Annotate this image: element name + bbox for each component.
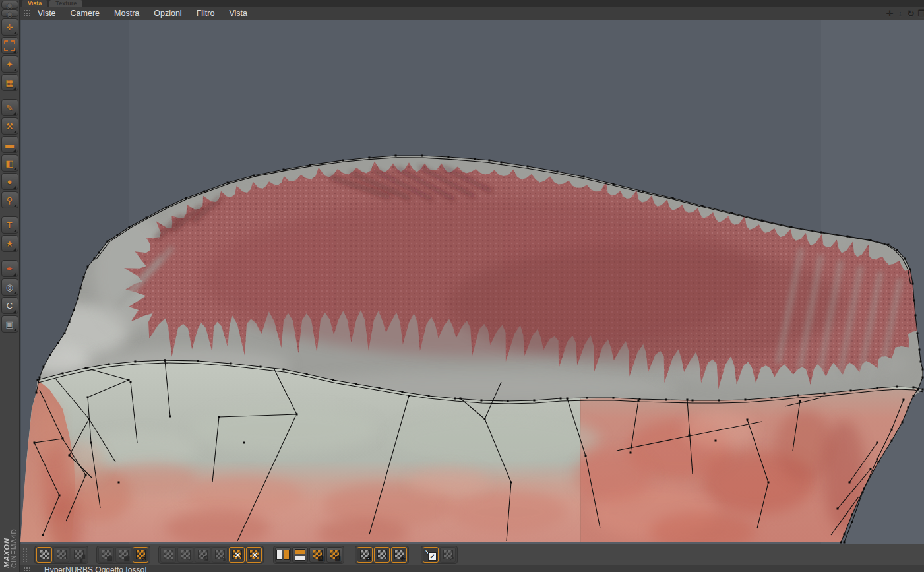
pan-view-icon[interactable]: ✛ xyxy=(884,9,895,18)
rotate-uv-button[interactable]: ◌ xyxy=(374,547,390,563)
maxon-wordmark: MAXON xyxy=(3,511,11,568)
stack-v-button-glyph: ▥ xyxy=(335,556,341,562)
scale-uv-button-glyph: ✳ xyxy=(400,556,406,562)
magic-wand-tool-glyph: ✦ xyxy=(6,60,13,69)
move-uv-button[interactable]: ⇄ xyxy=(357,547,373,563)
split-horizontal-button[interactable] xyxy=(292,547,308,563)
magnify-tool[interactable]: ⚲ xyxy=(1,191,18,208)
fill-drop-tool[interactable]: ● xyxy=(1,173,18,190)
cinema4d-window: ◉◉✛✦▦✎⚒▬◧●⚲T★✒◎C▣ VistaTexture VisteCame… xyxy=(0,0,924,572)
fill-drop-tool-glyph: ● xyxy=(7,177,13,186)
flyout-corner xyxy=(13,272,16,276)
move-uv-button-glyph: ⇄ xyxy=(366,556,371,562)
flyout-corner xyxy=(13,49,16,53)
toggle-layout-icon[interactable]: ❐ xyxy=(916,9,924,18)
stretch-uv-button[interactable]: ⇅ xyxy=(195,547,210,563)
color-swatch-tool-glyph: C xyxy=(7,302,13,310)
status-text: HyperNURBS Oggetto [osso] xyxy=(44,565,146,572)
stamp-tool-glyph: ⚒ xyxy=(6,122,14,131)
tab-vista[interactable]: Vista xyxy=(22,0,47,7)
split-vertical-button[interactable] xyxy=(275,547,291,563)
swap-uv-button-glyph: ↗ xyxy=(449,556,454,562)
gradient-tool-glyph: ◧ xyxy=(5,159,13,168)
optimal-unwrap-button[interactable]: ▞ xyxy=(71,547,86,563)
history-b-icon-glyph: ◉ xyxy=(6,9,13,18)
eyedropper-tool[interactable]: ✒ xyxy=(1,260,18,277)
optimal-unwrap-button-glyph: ▞ xyxy=(80,556,85,562)
menu-vista[interactable]: Vista xyxy=(229,9,247,18)
screen-tool-glyph: ▣ xyxy=(5,320,13,329)
branding-logo: CINEMA4D MAXON xyxy=(1,511,19,568)
frame-uv-button[interactable]: ▣ xyxy=(115,547,131,563)
screen-tool[interactable]: ▣ xyxy=(1,315,18,333)
text-tool-glyph: T xyxy=(7,221,13,230)
eraser-tool-glyph: ▬ xyxy=(5,141,14,149)
stack-u-button-glyph: ▤ xyxy=(318,556,324,562)
menu-filtro[interactable]: Filtro xyxy=(197,9,215,18)
bottom-toolbar-group-6: ↘✓↗ xyxy=(421,546,458,564)
color-swatch-tool[interactable]: C xyxy=(1,297,18,314)
flyout-corner xyxy=(13,309,16,313)
status-bar-grip[interactable] xyxy=(23,567,32,572)
cinema4d-wordmark: CINEMA4D xyxy=(11,511,18,568)
stamp-tool[interactable]: ⚒ xyxy=(1,117,18,135)
zoom-view-icon[interactable]: ↕ xyxy=(895,9,906,18)
viewport-nav-icons: ✛↕↻❐ xyxy=(884,9,924,18)
grid-uv-button[interactable]: ▦ xyxy=(98,547,114,563)
star-tool[interactable]: ★ xyxy=(1,235,18,252)
cage-tool-glyph: ▦ xyxy=(5,79,13,87)
cage-tool[interactable]: ▦ xyxy=(1,74,18,91)
align-u-button[interactable]: → xyxy=(160,547,176,563)
relax-uv-button-glyph: ◠ xyxy=(62,556,68,562)
scale-uv-button[interactable]: ✳ xyxy=(391,547,407,563)
clear-uv-button[interactable]: ✕ xyxy=(133,547,148,563)
text-tool[interactable]: T xyxy=(1,216,18,234)
menu-mostra[interactable]: Mostra xyxy=(114,9,139,18)
brush-tool-glyph: ✎ xyxy=(6,104,13,112)
viewport-3d[interactable] xyxy=(20,20,924,544)
move-tool[interactable]: ✛ xyxy=(1,18,18,36)
flyout-corner xyxy=(13,204,16,207)
star-tool-glyph: ★ xyxy=(6,239,14,248)
magic-wand-tool[interactable]: ✦ xyxy=(1,55,18,73)
menu-items: VisteCamereMostraOpzioniFiltroVista xyxy=(38,9,262,18)
confirm-uv-button[interactable]: ↘✓ xyxy=(423,547,439,563)
align-v-button[interactable]: → xyxy=(177,547,193,563)
stretch-uv-button-glyph: ⇅ xyxy=(204,556,209,562)
menu-opzioni[interactable]: Opzioni xyxy=(154,9,181,18)
menubar-grip[interactable] xyxy=(23,9,32,17)
marquee-select-tool[interactable] xyxy=(1,37,18,54)
maximize-u-button[interactable]: ✕ xyxy=(229,547,245,563)
flyout-corner xyxy=(13,185,16,189)
history-a-icon[interactable]: ◉ xyxy=(1,1,18,9)
stack-u-button[interactable]: ▤ xyxy=(309,547,325,563)
flyout-corner xyxy=(13,247,16,251)
bottom-toolbar-group-4: ▤▥ xyxy=(273,546,344,564)
bake-uv-button[interactable]: ↓ xyxy=(36,547,52,563)
brush-tool[interactable]: ✎ xyxy=(1,99,18,116)
menu-viste[interactable]: Viste xyxy=(38,9,56,18)
bottom-toolbar-grip[interactable] xyxy=(22,548,28,562)
scene-mesh xyxy=(20,20,924,544)
stack-v-button[interactable]: ▥ xyxy=(326,547,342,563)
flyout-corner xyxy=(13,229,16,232)
shrink-uv-button[interactable]: ↘ xyxy=(212,547,228,563)
history-a-icon-glyph: ◉ xyxy=(6,1,13,9)
grid-uv-button-glyph: ▦ xyxy=(107,556,113,562)
zoom-image-tool[interactable]: ◎ xyxy=(1,278,18,296)
maximize-u-button-glyph: ✕ xyxy=(235,552,241,559)
gradient-tool[interactable]: ◧ xyxy=(1,154,18,172)
split-icon xyxy=(276,550,290,560)
eraser-tool[interactable]: ▬ xyxy=(1,136,18,153)
flyout-corner xyxy=(13,167,16,170)
tab-texture[interactable]: Texture xyxy=(49,0,82,7)
relax-uv-button[interactable]: ◠ xyxy=(53,547,69,563)
eyedropper-tool-glyph: ✒ xyxy=(6,265,13,273)
rotate-view-icon[interactable]: ↻ xyxy=(906,9,916,18)
swap-uv-button[interactable]: ↗ xyxy=(440,547,456,563)
history-b-icon[interactable]: ◉ xyxy=(1,9,18,17)
rotate-uv-button-glyph: ◌ xyxy=(385,556,388,562)
maximize-v-button[interactable]: ✕ xyxy=(246,547,262,563)
menu-camere[interactable]: Camere xyxy=(71,9,100,18)
flyout-corner xyxy=(13,291,16,294)
